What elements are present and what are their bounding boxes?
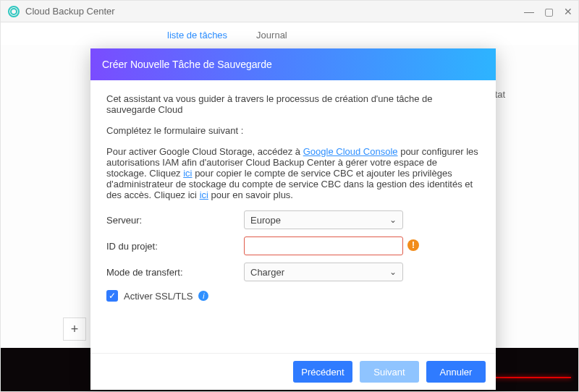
- label-project-id: ID du projet:: [106, 241, 244, 252]
- minimize-icon[interactable]: —: [524, 7, 534, 17]
- main-tabs: liste de tâches Journal: [1, 22, 578, 45]
- add-task-button[interactable]: +: [63, 318, 86, 341]
- app-title: Cloud Backup Center: [25, 6, 115, 17]
- close-icon[interactable]: ✕: [564, 7, 572, 17]
- previous-button[interactable]: Précédent: [293, 361, 352, 383]
- app-logo-icon: [8, 6, 20, 17]
- maximize-icon[interactable]: ▢: [544, 7, 554, 17]
- help-text: Pour activer Google Cloud Storage, accéd…: [106, 146, 480, 200]
- row-transfer-mode: Mode de transfert: Charger ⌄: [106, 263, 480, 281]
- transfer-mode-value: Charger: [250, 267, 284, 278]
- help-text-part1: Pour activer Google Cloud Storage, accéd…: [106, 146, 303, 157]
- titlebar: Cloud Backup Center — ▢ ✕: [1, 1, 578, 22]
- dialog-title: Créer Nouvelle Tâche de Sauvegarde: [90, 48, 496, 80]
- label-ssl: Activer SSL/TLS: [124, 291, 193, 302]
- row-ssl: ✓ Activer SSL/TLS i: [106, 290, 480, 302]
- chevron-down-icon: ⌄: [389, 215, 397, 225]
- server-select[interactable]: Europe ⌄: [244, 210, 403, 229]
- transfer-mode-select[interactable]: Charger ⌄: [244, 263, 403, 281]
- cancel-button[interactable]: Annuler: [426, 361, 486, 383]
- google-cloud-console-link[interactable]: Google Cloud Console: [303, 146, 398, 157]
- next-button[interactable]: Suivant: [360, 361, 419, 383]
- info-icon[interactable]: i: [198, 291, 208, 301]
- learn-more-link[interactable]: ici: [200, 189, 208, 200]
- warning-icon: !: [407, 239, 419, 251]
- label-server: Serveur:: [106, 215, 244, 226]
- titlebar-left: Cloud Backup Center: [8, 6, 115, 17]
- row-server: Serveur: Europe ⌄: [106, 210, 480, 229]
- chevron-down-icon: ⌄: [389, 267, 397, 277]
- dialog-body: Cet assistant va vous guider à travers l…: [90, 80, 496, 353]
- column-header-state: Etat: [489, 86, 557, 102]
- complete-form-prompt: Complétez le formulaire suivant :: [106, 125, 480, 136]
- copy-service-account-link[interactable]: ici: [183, 168, 192, 179]
- dialog-footer: Précédent Suivant Annuler: [90, 353, 496, 390]
- row-project-id: ID du projet: !: [106, 237, 480, 255]
- ssl-checkbox[interactable]: ✓: [106, 290, 118, 302]
- wizard-intro-text: Cet assistant va vous guider à travers l…: [106, 93, 480, 115]
- project-id-input[interactable]: [244, 237, 403, 255]
- label-transfer-mode: Mode de transfert:: [106, 267, 244, 278]
- create-backup-task-dialog: Créer Nouvelle Tâche de Sauvegarde Cet a…: [90, 48, 496, 390]
- tab-task-list[interactable]: liste de tâches: [167, 30, 227, 41]
- app-window: Cloud Backup Center — ▢ ✕ liste de tâche…: [0, 0, 579, 392]
- window-controls: — ▢ ✕: [524, 7, 572, 17]
- tab-journal[interactable]: Journal: [256, 30, 287, 41]
- help-text-part4: pour en savoir plus.: [211, 189, 293, 200]
- server-select-value: Europe: [250, 215, 281, 226]
